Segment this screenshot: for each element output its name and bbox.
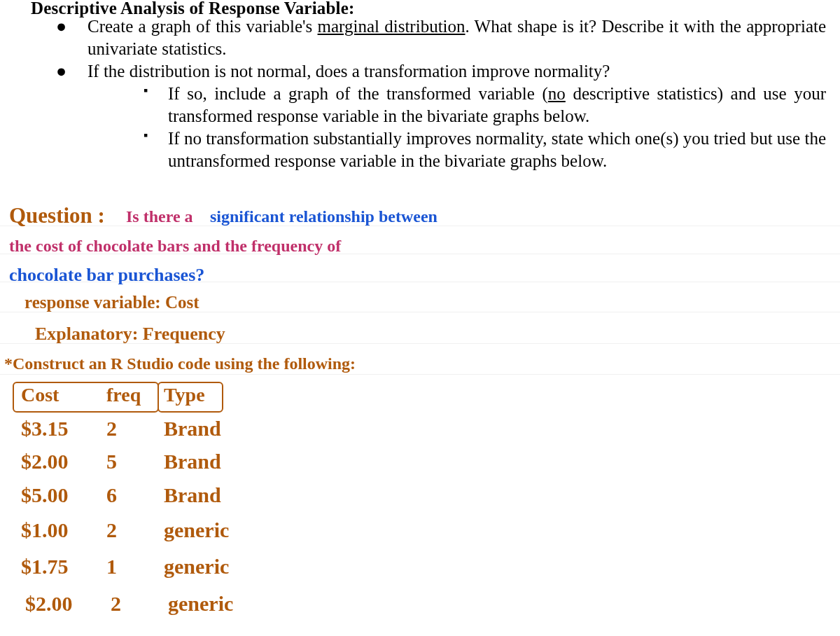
hw-table-row: $1.00 2 generic	[21, 518, 262, 542]
hw-table-row: $5.00 6 Brand	[21, 483, 262, 507]
sub-bullet-2: ▪ If no transformation substantially imp…	[144, 127, 826, 172]
td-type: Brand	[164, 450, 262, 473]
hw-table-row: $2.00 5 Brand	[21, 450, 262, 473]
bullet-dot-icon: ●	[56, 15, 66, 38]
hw-table-row: $2.00 2 generic	[25, 592, 266, 616]
bullet-1-text-a: Create a graph of this variable's	[88, 17, 318, 36]
hw-question-label: Question :	[9, 203, 105, 228]
hw-table-header: Cost freq Type	[21, 384, 262, 406]
td-type: Brand	[164, 417, 262, 441]
hw-table-row: $1.75 1 generic	[21, 555, 262, 579]
bullet-1: ● Create a graph of this variable's marg…	[56, 15, 826, 60]
bullet-square-icon: ▪	[144, 127, 148, 144]
bullet-dot-icon: ●	[56, 60, 66, 83]
td-cost: $5.00	[21, 483, 91, 507]
td-freq: 6	[106, 483, 148, 507]
td-freq: 2	[111, 592, 153, 616]
bullet-2-text: If the distribution is not normal, does …	[88, 62, 610, 81]
hw-explanatory-var: Explanatory: Frequency	[35, 324, 225, 345]
td-freq: 5	[106, 450, 148, 473]
th-cost: Cost	[21, 384, 91, 406]
td-cost: $1.00	[21, 518, 91, 542]
sub-1-underline: no	[548, 84, 566, 103]
sub-1-text-a: If so, include a graph of the transforme…	[168, 84, 548, 103]
th-type: Type	[164, 384, 262, 406]
printed-bullet-list: ● Create a graph of this variable's marg…	[56, 15, 826, 172]
td-type: Brand	[164, 483, 262, 507]
td-type: generic	[168, 592, 266, 616]
td-freq: 2	[106, 417, 148, 441]
th-freq: freq	[106, 384, 148, 406]
td-type: generic	[164, 518, 262, 542]
bullet-2: ● If the distribution is not normal, doe…	[56, 60, 826, 172]
sub-bullet-1: ▪ If so, include a graph of the transfor…	[144, 83, 826, 127]
hw-question-text-1: Is there a	[126, 207, 193, 226]
sub-2-text: If no transformation substantially impro…	[168, 129, 826, 170]
hw-question-text-2: significant relationship between	[210, 207, 438, 226]
td-cost: $3.15	[21, 417, 91, 441]
bullet-square-icon: ▪	[144, 83, 148, 99]
td-cost: $2.00	[25, 592, 95, 616]
sub-bullet-list: ▪ If so, include a graph of the transfor…	[88, 83, 826, 172]
td-cost: $1.75	[21, 555, 91, 579]
hw-table-row: $3.15 2 Brand	[21, 417, 262, 441]
td-type: generic	[164, 555, 262, 579]
td-freq: 1	[106, 555, 148, 579]
hw-construct: *Construct an R Studio code using the fo…	[4, 354, 356, 373]
hw-question-line3: chocolate bar purchases?	[9, 265, 204, 286]
bullet-1-underline: marginal distribution	[318, 17, 465, 36]
hw-question-line2: the cost of chocolate bars and the frequ…	[9, 237, 341, 256]
hw-response-var: response variable: Cost	[24, 293, 200, 312]
td-freq: 2	[106, 518, 148, 542]
td-cost: $2.00	[21, 450, 91, 473]
